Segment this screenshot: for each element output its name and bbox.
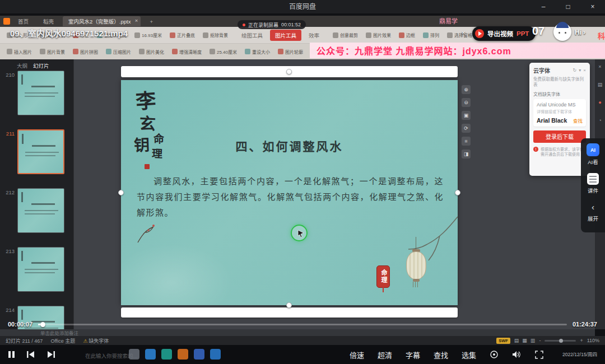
pause-button[interactable]: [8, 351, 15, 358]
rotate-handle[interactable]: [286, 69, 292, 74]
record-view-button[interactable]: [490, 350, 499, 359]
resize-handle-right[interactable]: [455, 190, 460, 195]
ribbon-tab[interactable]: 图片工具: [270, 30, 301, 41]
fullscreen-button[interactable]: [535, 351, 543, 359]
sidebar-item-courseware[interactable]: 课件: [587, 173, 599, 194]
previous-button[interactable]: [26, 351, 35, 358]
slide-thumbnail[interactable]: 210: [0, 71, 73, 115]
taskbar-app-icon[interactable]: [194, 349, 204, 360]
ribbon-button[interactable]: 边框: [397, 31, 417, 39]
side-strip-icon[interactable]: ×: [598, 64, 601, 69]
panel-tab[interactable]: 大纲: [17, 62, 27, 71]
video-player[interactable]: 首页稻壳室内风水2（完整版）.pptx+ 插入形状编辑形状矫正锁定纵横比16.9…: [0, 13, 605, 364]
ribbon-tab[interactable]: 绘图工具: [236, 30, 268, 41]
canvas-tool-icon[interactable]: ◨: [462, 150, 471, 158]
banner-close-icon[interactable]: ×: [462, 29, 465, 36]
canvas-tool-icon[interactable]: ▣: [462, 111, 471, 120]
volume-button[interactable]: [512, 351, 522, 358]
ribbon-button[interactable]: 25.40厘米: [207, 48, 239, 56]
panel-tab[interactable]: 幻灯片: [33, 62, 49, 71]
player-control[interactable]: 字幕: [406, 349, 420, 360]
notes-placeholder: 单击此处添加备注: [40, 329, 78, 336]
ribbon-button[interactable]: 排列: [421, 31, 441, 39]
seek-handle[interactable]: [40, 322, 45, 327]
ribbon-button[interactable]: 选择窗格: [445, 31, 474, 39]
ribbon-button[interactable]: 重设大小: [243, 48, 272, 56]
ribbon-button[interactable]: 正片叠底: [167, 31, 197, 39]
zoom-out-icon[interactable]: -: [539, 338, 541, 343]
zoom-slider[interactable]: [544, 340, 576, 342]
view-mode-icon[interactable]: ▥: [530, 338, 536, 343]
notes-bar[interactable]: 单击此处添加备注: [0, 329, 595, 336]
taskbar-app-icon[interactable]: [161, 349, 172, 360]
export-ppt-button[interactable]: 导出视频 PPT: [472, 26, 536, 41]
slide-thumbnail[interactable]: 213: [0, 247, 73, 292]
slide-thumbnail[interactable]: 211: [0, 129, 73, 174]
assistant-avatar[interactable]: [553, 23, 571, 41]
slide-body-text: 调整风水，主要包括两个内容，一个是化解煞气；一个是调整布局，这节内容我们主要学习…: [137, 174, 444, 221]
ribbon-tab[interactable]: 效率: [304, 30, 324, 41]
wps-tab[interactable]: 稻壳: [38, 16, 59, 26]
player-control[interactable]: 查找: [434, 349, 448, 360]
find-font-link[interactable]: 查找: [573, 117, 583, 124]
ribbon-button[interactable]: 增强清晰度: [170, 48, 204, 56]
status-badge: SWF: [496, 338, 510, 344]
missing-fonts-label: 文档缺失字体: [533, 91, 586, 97]
wps-tab[interactable]: 首页: [12, 16, 34, 26]
pause-icon: [8, 351, 15, 358]
ribbon-button[interactable]: 创意裁剪: [331, 31, 360, 39]
collapse-icon[interactable]: ▾: [579, 68, 581, 73]
minimize-button[interactable]: –: [531, 0, 556, 13]
view-mode-icon[interactable]: ▤: [514, 338, 519, 343]
slide-number: 211: [0, 130, 15, 137]
slide[interactable]: 李玄钥命理 四、如何调整风水 调整风水，主要包括两个内容，一个是化解煞气；一个是…: [121, 80, 458, 305]
slide-thumbnail[interactable]: 212: [0, 188, 73, 233]
side-strip-icon[interactable]: ◔: [598, 118, 601, 123]
side-strip-icon[interactable]: ●: [598, 100, 601, 105]
ribbon-button[interactable]: 图片效果: [364, 31, 393, 39]
player-control[interactable]: 选集: [462, 349, 476, 360]
ribbon-button[interactable]: 压缩图片: [104, 48, 133, 56]
login-download-button[interactable]: 登录后下载: [533, 130, 586, 143]
current-time: 00:00:07: [8, 321, 32, 328]
wps-tab[interactable]: 室内风水2（完整版）.pptx: [63, 16, 141, 26]
canvas-tool-icon[interactable]: ⟳: [462, 124, 471, 133]
mouse-cursor-icon: [297, 230, 305, 238]
wps-tab[interactable]: +: [144, 17, 159, 26]
player-control[interactable]: 倍速: [350, 349, 364, 360]
panel-close-icon[interactable]: ×: [583, 68, 586, 73]
canvas-tool-icon[interactable]: ⊖: [462, 98, 471, 107]
close-button[interactable]: ×: [580, 0, 605, 13]
seek-bar[interactable]: [38, 324, 567, 325]
ribbon-button[interactable]: 图片拼图: [71, 48, 100, 56]
ribbon-button[interactable]: 插入图片: [4, 48, 34, 56]
resize-handle-left[interactable]: [118, 190, 124, 195]
ribbon-button[interactable]: 图片背景: [38, 48, 67, 56]
ribbon-button[interactable]: 图片轮廓: [276, 48, 305, 56]
zoom-in-icon[interactable]: +: [580, 338, 583, 343]
taskbar-app-icon[interactable]: [145, 349, 156, 360]
maximize-button[interactable]: □: [556, 0, 580, 13]
recording-time: 00:01:52: [281, 22, 301, 27]
next-button[interactable]: [46, 351, 55, 358]
player-control[interactable]: 超清: [378, 349, 392, 360]
view-mode-icon[interactable]: ▦: [522, 338, 527, 343]
sidebar-item-ai-view[interactable]: AI AI看: [587, 143, 599, 166]
side-strip-icon[interactable]: ▤: [598, 82, 603, 87]
resize-handle-bottom[interactable]: [286, 302, 292, 308]
taskbar-app-icon[interactable]: [178, 349, 188, 360]
canvas-tool-icon[interactable]: ⊕: [462, 85, 471, 94]
missing-font-status[interactable]: ⚠缺失字体: [83, 337, 109, 344]
canvas-tool-icon[interactable]: ≡: [462, 137, 471, 146]
ribbon-button[interactable]: 图片美化: [137, 48, 166, 56]
sidebar-item-expand[interactable]: ‹ 展开: [588, 202, 598, 222]
taskbar-app-icon[interactable]: [129, 349, 139, 360]
taskbar-app-icon[interactable]: [210, 349, 221, 360]
slide-canvas[interactable]: 李玄钥命理 四、如何调整风水 调整风水，主要包括两个内容，一个是化解煞气；一个是…: [74, 59, 595, 329]
assistant-greeting[interactable]: Hi ›: [575, 29, 585, 36]
wps-tabs: 首页稻壳室内风水2（完整版）.pptx+: [12, 16, 159, 26]
refresh-icon[interactable]: ↻: [573, 68, 577, 73]
ribbon-button[interactable]: 抠除背景: [201, 31, 230, 39]
ribbon-button[interactable]: 16.93厘米: [132, 31, 164, 39]
lantern-decoration: [406, 251, 426, 279]
